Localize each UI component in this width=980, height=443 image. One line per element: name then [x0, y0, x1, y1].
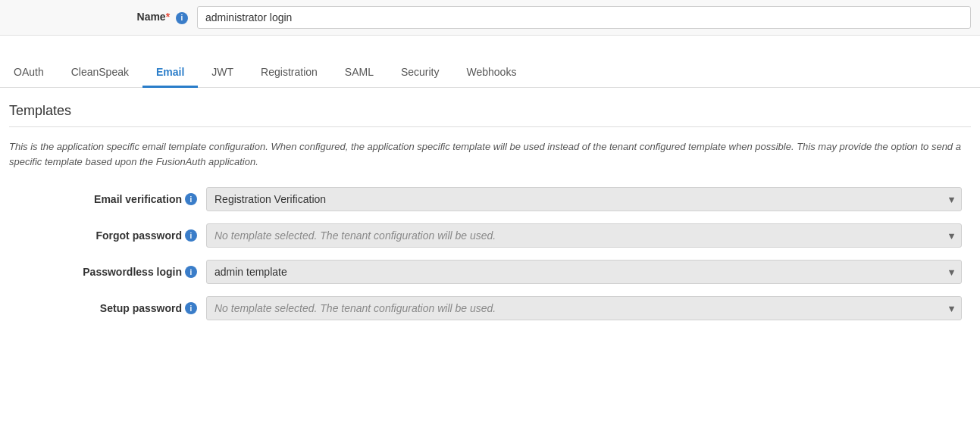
email-verification-field: Registration Verification ▾	[206, 187, 971, 211]
email-verification-label: Email verification i	[9, 193, 206, 205]
tabs-container: OAuth CleanSpeak Email JWT Registration …	[0, 58, 980, 88]
name-input-container	[197, 6, 980, 29]
email-verification-select-wrapper[interactable]: Registration Verification ▾	[206, 187, 962, 211]
forgot-password-info-icon[interactable]: i	[185, 229, 197, 242]
email-verification-select[interactable]: Registration Verification	[206, 187, 962, 211]
name-row: Name* i	[0, 0, 980, 36]
forgot-password-placeholder: No template selected. The tenant configu…	[214, 229, 496, 242]
email-verification-info-icon[interactable]: i	[185, 193, 197, 205]
forgot-password-field: No template selected. The tenant configu…	[206, 223, 971, 248]
tab-security[interactable]: Security	[387, 58, 453, 88]
tab-saml[interactable]: SAML	[331, 58, 387, 88]
passwordless-login-row: Passwordless login i admin template ▾	[9, 260, 971, 284]
tab-oauth[interactable]: OAuth	[0, 58, 58, 88]
content-area: Templates This is the application specif…	[0, 88, 980, 348]
passwordless-login-select-wrapper[interactable]: admin template ▾	[206, 260, 962, 284]
setup-password-info-icon[interactable]: i	[185, 302, 197, 314]
tab-jwt[interactable]: JWT	[198, 58, 247, 88]
forgot-password-select-wrapper[interactable]: No template selected. The tenant configu…	[206, 223, 962, 248]
name-info-icon[interactable]: i	[176, 12, 188, 24]
setup-password-field: No template selected. The tenant configu…	[206, 296, 971, 320]
setup-password-row: Setup password i No template selected. T…	[9, 296, 971, 320]
passwordless-login-field: admin template ▾	[206, 260, 971, 284]
email-verification-row: Email verification i Registration Verifi…	[9, 187, 971, 211]
forgot-password-label: Forgot password i	[9, 229, 206, 242]
tab-email[interactable]: Email	[142, 58, 198, 88]
name-input[interactable]	[197, 6, 971, 29]
section-description: This is the application specific email t…	[9, 139, 971, 169]
setup-password-placeholder: No template selected. The tenant configu…	[214, 302, 496, 314]
setup-password-select-wrapper[interactable]: No template selected. The tenant configu…	[206, 296, 962, 320]
section-title: Templates	[9, 103, 971, 127]
passwordless-login-info-icon[interactable]: i	[185, 266, 197, 278]
passwordless-login-label: Passwordless login i	[9, 266, 206, 278]
setup-password-select[interactable]: No template selected. The tenant configu…	[206, 296, 962, 320]
forgot-password-select[interactable]: No template selected. The tenant configu…	[206, 223, 962, 248]
tab-webhooks[interactable]: Webhooks	[453, 58, 531, 88]
passwordless-login-select[interactable]: admin template	[206, 260, 962, 284]
tab-cleanspeak[interactable]: CleanSpeak	[58, 58, 142, 88]
setup-password-label: Setup password i	[9, 302, 206, 314]
forgot-password-row: Forgot password i No template selected. …	[9, 223, 971, 248]
name-label: Name* i	[0, 11, 197, 24]
tabs-list: OAuth CleanSpeak Email JWT Registration …	[0, 58, 980, 87]
required-marker: *	[166, 11, 170, 23]
tab-registration[interactable]: Registration	[247, 58, 331, 88]
